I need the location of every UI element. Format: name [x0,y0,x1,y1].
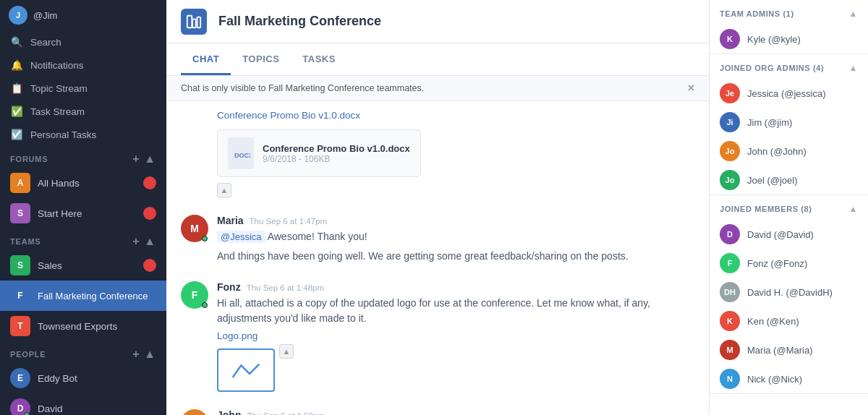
sidebar-item-all-hands[interactable]: A All Hands [0,168,166,198]
sidebar-item-sales[interactable]: S Sales [0,250,166,281]
david-avatar-wrap: D [10,398,30,415]
fonz-message-header: Fonz Thu Sep 6 at 1:48pm [217,281,694,293]
message-group-fonz: F Fonz Thu Sep 6 at 1:48pm Hi all, attac… [166,273,709,401]
sidebar-item-personal-tasks[interactable]: ☑️ Personal Tasks [0,123,166,146]
sidebar-item-david[interactable]: D David [0,393,166,415]
kyle-avatar: K [720,29,740,49]
main-content: Fall Marketing Conference CHAT TOPICS TA… [166,0,709,415]
fonz-online [202,302,208,308]
svg-rect-0 [187,15,192,27]
sidebar-item-fall-marketing[interactable]: F Fall Marketing Conference [0,281,166,311]
sidebar-item-townsend-exports[interactable]: T Townsend Exports [0,311,166,341]
sidebar-personal-tasks-label: Personal Tasks [30,129,96,140]
sidebar-item-search[interactable]: 🔍 Search [0,30,166,54]
sidebar-task-stream-label: Task Stream [30,106,85,117]
maria-time-1: Thu Sep 6 at 1:47pm [250,217,327,226]
sidebar-item-notifications[interactable]: 🔔 Notifications [0,54,166,77]
channel-header: Fall Marketing Conference [166,0,709,43]
collapse-people-button[interactable]: ▲ [144,348,156,360]
sidebar: J @Jim 🔍 Search 🔔 Notifications 📋 Topic … [0,0,166,415]
maria-text-1: @Jessica Awesome! Thank you! [217,229,694,244]
tab-tasks[interactable]: TASKS [291,43,347,75]
joel-avatar: Jo [720,170,740,190]
start-here-label: Start Here [38,208,82,219]
docx-file-icon: DOCX [228,137,254,169]
sidebar-user[interactable]: J @Jim [0,0,166,30]
maria-message-1-content: Maria Thu Sep 6 at 1:47pm @Jessica Aweso… [217,215,694,264]
file-link-docx[interactable]: Conference Promo Bio v1.0.docx [217,110,360,121]
add-forum-button[interactable]: + [132,153,140,165]
visibility-text: Chat is only visible to Fall Marketing C… [181,83,424,93]
sidebar-item-start-here[interactable]: S Start Here [0,198,166,228]
channel-logo-icon [186,14,202,30]
user-avatar: J [9,6,27,25]
sidebar-item-topic-stream[interactable]: 📋 Topic Stream [0,77,166,100]
joined-org-admins-chevron: ▲ [849,63,858,73]
all-hands-label: All Hands [38,178,80,189]
message-group-file: Conference Promo Bio v1.0.docx DOCX Conf… [166,101,709,206]
collapse-file-button[interactable]: ▲ [217,183,231,197]
forums-section-header: FORUMS + ▲ [0,146,166,168]
right-panel: TEAM ADMINS (1) ▲ K Kyle (@kyle) JOINED … [709,0,868,415]
file-name-label: Conference Promo Bio v1.0.docx [263,143,410,154]
team-admins-section: TEAM ADMINS (1) ▲ K Kyle (@kyle) [710,0,868,54]
member-jessica: Je Jessica (@jessica) [710,79,868,108]
joined-members-chevron: ▲ [849,204,858,214]
topic-stream-icon: 📋 [10,82,23,95]
ken-avatar: K [720,311,740,331]
close-notice-button[interactable]: × [688,82,694,95]
file-info: Conference Promo Bio v1.0.docx 9/6/2018 … [263,143,410,164]
tab-chat[interactable]: CHAT [181,43,231,75]
nick-label: Nick (@Nick) [747,374,802,385]
sales-label: Sales [38,260,62,271]
add-team-button[interactable]: + [132,236,140,247]
jessica-mention[interactable]: @Jessica [217,231,265,243]
collapse-teams-button[interactable]: ▲ [144,236,156,247]
logo-file-link[interactable]: Logo.png [217,330,694,341]
teams-label: TEAMS [10,237,41,246]
john-panel-avatar: Jo [720,141,740,161]
message-group-john: J John Thu Sep 6 at 1:50pm Really like i… [166,401,709,415]
add-person-button[interactable]: + [132,348,140,360]
sidebar-item-task-stream[interactable]: ✅ Task Stream [0,100,166,123]
personal-tasks-icon: ☑️ [10,128,23,141]
sidebar-topic-stream-label: Topic Stream [30,83,88,94]
fonz-avatar: F [181,281,208,309]
username-label: @Jim [33,10,57,21]
eddy-bot-label: Eddy Bot [38,373,77,384]
team-admins-header[interactable]: TEAM ADMINS (1) ▲ [710,0,868,25]
chat-area: Conference Promo Bio v1.0.docx DOCX Conf… [166,101,709,415]
message-group-maria-1: M Maria Thu Sep 6 at 1:47pm @Jessica Awe… [166,206,709,273]
collapse-forums-button[interactable]: ▲ [144,153,156,165]
jessica-label: Jessica (@jessica) [747,88,826,99]
david-label: David [38,403,63,414]
joined-members-label: JOINED MEMBERS (8) [720,205,812,213]
tab-topics[interactable]: TOPICS [231,43,291,75]
david-panel-avatar: D [720,224,740,244]
member-david-h: DH David H. (@DavidH) [710,278,868,307]
townsend-label: Townsend Exports [38,321,117,332]
maria-panel-avatar: M [720,340,740,360]
logo-preview-svg [228,356,264,385]
joined-org-admins-header[interactable]: JOINED ORG ADMINS (4) ▲ [710,54,868,79]
team-admins-chevron: ▲ [849,9,858,19]
file-card-docx: DOCX Conference Promo Bio v1.0.docx 9/6/… [217,129,421,177]
file-meta-label: 9/6/2018 - 106KB [263,154,410,164]
john-avatar: J [181,409,208,415]
david-h-label: David H. (@DavidH) [747,287,833,298]
logo-image-preview [217,348,275,392]
joined-org-admins-section: JOINED ORG ADMINS (4) ▲ Je Jessica (@jes… [710,54,868,195]
maria-text-after-mention: Awesome! Thank you! [268,231,367,242]
joined-org-admins-label: JOINED ORG ADMINS (4) [720,64,824,72]
member-ken: K Ken (@Ken) [710,307,868,335]
sidebar-item-eddy-bot[interactable]: E Eddy Bot [0,363,166,393]
visibility-notice: Chat is only visible to Fall Marketing C… [166,76,709,101]
all-hands-badge [143,176,156,189]
collapse-image-button[interactable]: ▲ [279,344,294,359]
fonz-author: Fonz [217,281,241,293]
member-joel: Jo Joel (@joel) [710,166,868,194]
jim-label: Jim (@jim) [747,117,792,128]
joined-members-header[interactable]: JOINED MEMBERS (8) ▲ [710,195,868,220]
sidebar-search-label: Search [30,37,61,48]
channel-logo [181,9,207,35]
